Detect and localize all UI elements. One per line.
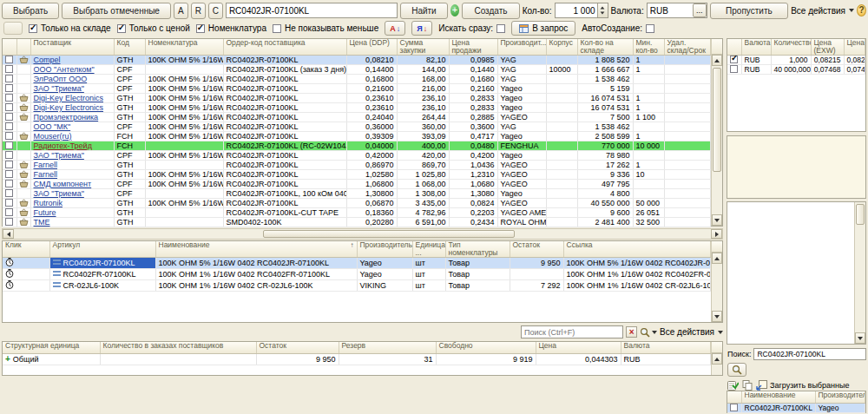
row-checkbox[interactable] [5, 122, 13, 130]
scroll-down-icon[interactable] [858, 337, 863, 340]
scroll-right-icon[interactable] [715, 232, 719, 237]
selected-item-row[interactable]: RC0402JR-07100KL Yageo [727, 403, 865, 412]
supplier-link[interactable]: ЗАО "Триема" [34, 151, 84, 160]
clock-icon[interactable] [5, 271, 14, 279]
row-checkbox[interactable] [5, 189, 13, 197]
supplier-row[interactable]: Промэлектроника GTH 100K OHM 5% 1/16W 04… [3, 113, 711, 122]
create-button[interactable]: Создать [462, 3, 519, 19]
column-header[interactable]: Сумма закупки [397, 39, 449, 56]
filter-a-button[interactable]: A [174, 3, 188, 19]
row-checkbox[interactable] [5, 141, 13, 149]
currency-field[interactable]: ... [647, 3, 707, 18]
supplier-link[interactable]: ООО "МК" [34, 122, 71, 131]
nomenclature-checkbox[interactable]: Номенклатура [196, 23, 266, 33]
row-checkbox[interactable] [5, 132, 13, 140]
article-cell[interactable]: CR-02JL6-100K [49, 280, 155, 292]
price-variant-row[interactable]: RUB 40 000,000 0,07468 0,0747 [727, 65, 865, 75]
clear-search-icon[interactable]: × [626, 326, 637, 338]
vertical-scrollbar[interactable] [711, 55, 722, 226]
all-actions-menu[interactable]: Все действия [791, 6, 854, 16]
all-actions-menu[interactable]: Все действия [660, 327, 723, 337]
column-header[interactable]: Клик [3, 241, 49, 258]
row-checkbox[interactable] [730, 56, 738, 63]
supplier-link[interactable]: ЗАО "Триема" [34, 84, 84, 93]
supplier-link[interactable]: Compel [34, 56, 61, 64]
supplier-row[interactable]: Mouser(ru) FCH 100K OHM 5% 1/16W 0402 ..… [3, 132, 711, 141]
supplier-link[interactable]: Mouser(ru) [34, 132, 72, 141]
currency-picker-button[interactable]: ... [693, 3, 707, 17]
column-header[interactable]: Свободно [436, 342, 536, 353]
filter-c-button[interactable]: C [208, 3, 223, 19]
column-header[interactable]: Корпус [546, 39, 577, 56]
column-header[interactable]: Цена... [844, 39, 865, 56]
scroll-up-icon[interactable] [714, 358, 720, 361]
help-icon[interactable]: ? [857, 4, 866, 16]
row-checkbox[interactable] [5, 65, 13, 73]
supplier-row[interactable]: Compel GTH 100K OHM 5% 1/16W 0402 ... RC… [3, 56, 711, 65]
column-header[interactable]: Валюта [741, 39, 771, 56]
supplier-row[interactable]: Farnell GTH 100K OHM 5% 1/16W 0402 ... R… [3, 170, 711, 180]
column-header[interactable]: Артикул [49, 241, 155, 258]
column-header[interactable]: Ссылка [563, 241, 711, 258]
vertical-scrollbar[interactable] [854, 202, 865, 344]
scroll-up-icon[interactable] [714, 59, 720, 62]
filter-r-button[interactable]: R [191, 3, 206, 19]
supplier-row[interactable]: ЗАО "Триема" CPF 100K OHM 5% 1/16W 0402 … [3, 84, 711, 94]
skip-button[interactable]: Пропустить [710, 3, 788, 19]
supplier-link[interactable]: TME [34, 218, 50, 227]
create-plus-icon[interactable]: + [450, 4, 459, 16]
supplier-row[interactable]: ЗАО "Триема" CPF RC0402JR-07100KL, 100 к… [3, 189, 711, 199]
stock-summary-row[interactable]: +Общий 9 950 31 9 919 0,044303 RUB [3, 353, 711, 365]
scroll-up-icon[interactable] [714, 257, 720, 260]
column-header[interactable]: Мин. кол-во [633, 39, 664, 56]
column-header[interactable]: Кол-во на складе [577, 39, 633, 56]
row-checkbox[interactable] [5, 161, 13, 168]
right-search-input[interactable] [753, 348, 866, 360]
column-header[interactable]: Ордер-код поставщика [223, 39, 346, 56]
search-button[interactable] [640, 327, 657, 338]
sort-desc-button[interactable]: Я↓ [411, 21, 432, 36]
supplier-link[interactable]: Радиотех-Трейд [34, 141, 92, 150]
spinner-arrows-icon[interactable] [597, 3, 608, 17]
nomenclature-row[interactable]: RC0402FR-07100KL 100K OHM 1% 1/16W 0402 … [3, 269, 711, 280]
column-header[interactable]: Резерв [339, 342, 436, 353]
column-header[interactable]: Номенклатура [145, 39, 223, 56]
column-header[interactable]: Производит... [497, 39, 546, 56]
horizontal-scrollbar[interactable] [2, 228, 723, 240]
price-variant-row[interactable]: RUB 1,000 0,08215 0,0821 [727, 56, 865, 65]
supplier-link[interactable]: Future [34, 208, 56, 217]
column-header[interactable]: Наименование [741, 391, 815, 403]
quantity-stepper[interactable] [555, 3, 608, 18]
column-header[interactable]: Остаток [510, 241, 563, 258]
supplier-link[interactable]: Digi-Key Electronics [34, 103, 104, 112]
supplier-row[interactable]: ООО "Антелком" CPF RC0402JR-07100KL (зак… [3, 65, 711, 75]
column-header[interactable]: Количество [771, 39, 811, 56]
row-checkbox[interactable] [730, 65, 738, 73]
column-header[interactable]: Производитель [357, 241, 412, 258]
supplier-link[interactable]: Промэлектроника [34, 113, 99, 122]
vertical-scrollbar[interactable] [711, 353, 722, 375]
sort-asc-button[interactable]: А↓ [385, 21, 405, 36]
search-input[interactable] [521, 325, 623, 338]
column-header[interactable]: Тип номенклатуры [445, 241, 510, 258]
article-cell[interactable]: RC0402FR-07100KL [49, 269, 155, 280]
vertical-scrollbar[interactable] [711, 253, 722, 322]
load-selected-button[interactable]: Загрузить выбранные [756, 380, 849, 391]
scroll-down-icon[interactable] [714, 315, 720, 319]
supplier-row[interactable]: Future GTH RC0402JR-07100KL-CUT TAPE 0,1… [3, 208, 711, 218]
supplier-row[interactable]: Digi-Key Electronics GTH 100K OHM 5% 1/1… [3, 94, 711, 103]
supplier-row[interactable]: СМД компонент CPF 100K OHM 5% 1/16W 0402… [3, 180, 711, 189]
row-checkbox[interactable] [5, 113, 13, 121]
supplier-link[interactable]: Rutronik [34, 199, 63, 207]
part-number-input[interactable] [226, 3, 398, 18]
supplier-link[interactable]: СМД компонент [34, 180, 92, 188]
nomenclature-row[interactable]: RC0402JR-07100KL 100K OHM 5% 1/16W 0402 … [3, 258, 711, 269]
autocreate-checkbox[interactable]: АвтоСоздание: [582, 23, 654, 33]
nomenclature-row[interactable]: CR-02JL6-100K 100K OHM 1% 1/16W 0402 CR-… [3, 280, 711, 292]
article-cell[interactable]: RC0402JR-07100KL [49, 258, 155, 269]
row-checkbox[interactable] [5, 208, 13, 216]
column-header[interactable]: Цена (EXW) [811, 39, 844, 56]
column-header[interactable]: Цена [536, 342, 621, 353]
supplier-row[interactable]: TME GTH SMD0402-100K 0,20280 6 591,00 0,… [3, 218, 711, 227]
scroll-left-icon[interactable] [7, 232, 10, 237]
